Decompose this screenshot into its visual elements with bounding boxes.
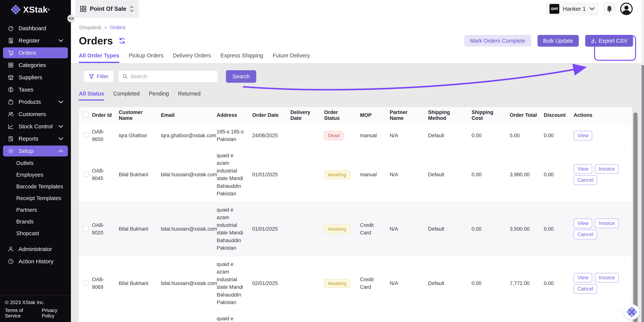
cell-customer-name: Bilal Bukharii [116,311,158,322]
app-switcher[interactable]: Point Of Sale [75,0,139,18]
table-row-oab-9069: OAB-9069 Bilal Bukharii bilal.hussain@xs… [79,256,632,311]
table-scrollbar-thumb[interactable] [634,113,638,322]
status-badge: Dead [324,131,343,140]
terms-of-service-link[interactable]: Terms of Service [5,308,34,319]
cell-order-status: Awaiting [322,202,357,256]
sidebar-subitem-shopcast[interactable]: Shopcast [0,228,71,239]
sidebar-item-stock-control[interactable]: Stock Control [3,121,68,132]
filter-button[interactable]: Filter [84,71,114,82]
status-tab-pending[interactable]: Pending [149,91,169,101]
sidebar-item-products[interactable]: Products [3,96,68,107]
search-input[interactable] [130,73,214,79]
view-order-button[interactable]: View [574,219,592,228]
sidebar-item-register[interactable]: Register [3,35,68,46]
invoice-order-button[interactable]: Invoice [595,164,619,174]
orders-table: Order IdCustomer NameEmailAddressOrder D… [79,107,632,322]
chevron-down-icon [58,39,63,42]
sidebar-item-taxes[interactable]: Taxes [3,84,68,95]
invoice-order-button[interactable]: Invoice [595,219,619,228]
breadcrumb-orders[interactable]: Orders [110,25,126,30]
cell-email: bilal.hussain@xstak.com [158,256,214,311]
column-header-address: Address [214,107,250,124]
tab-express-shipping[interactable]: Express Shipping [220,52,263,63]
sidebar-subitem-employees[interactable]: Employees [0,169,71,180]
sidebar-collapse-toggle[interactable]: <> [67,15,75,22]
search-box [118,71,218,82]
cell-address: 185-s 185-s Pakistan [214,124,250,148]
cell-actions: ViewInvoiceCancel [571,148,632,202]
sidebar-item-label: Register [18,37,40,44]
sidebar-item-administrator[interactable]: Administrator [3,244,68,255]
suppliers-icon [8,74,14,81]
row-checkbox[interactable] [83,171,89,177]
tab-delivery-orders[interactable]: Delivery Orders [173,52,211,63]
cancel-order-button[interactable]: Cancel [574,230,597,239]
select-all-checkbox[interactable] [83,112,89,117]
cancel-order-button[interactable]: Cancel [574,175,597,185]
row-checkbox[interactable] [83,226,89,231]
mark-orders-complete-button[interactable]: Mark Orders Complete [464,35,531,47]
xstak-logo-icon [11,4,20,15]
sidebar-item-label: Action History [18,258,54,265]
page-scrollbar-thumb[interactable] [642,65,644,322]
sidebar-item-dashboard[interactable]: Dashboard [3,23,68,34]
privacy-policy-link[interactable]: Privacy Policy [42,308,66,319]
cell-order-id: OAB-9650 [89,124,116,148]
row-checkbox[interactable] [83,132,89,138]
column-header-discount: Discount [541,107,571,124]
cell-actions: ViewInvoiceCancel [571,202,632,256]
cell-order-id: OAB-9045 [89,148,116,202]
status-tab-completed[interactable]: Completed [113,91,140,101]
view-order-button[interactable]: View [574,164,592,174]
sidebar-subitem-partners[interactable]: Partners [0,205,71,215]
notifications-button[interactable] [603,2,616,16]
view-order-button[interactable]: View [574,131,592,141]
cell-order-date: 24/06/2025 [250,124,288,148]
cell-order-status: Awaiting [322,256,357,311]
refresh-icon[interactable] [118,37,126,44]
sidebar-item-orders[interactable]: Orders [3,47,68,58]
sidebar-item-label: Dashboard [18,25,46,31]
invoice-order-button[interactable]: Invoice [595,273,619,283]
sidebar-subitem-outlets[interactable]: Outlets [0,158,71,168]
row-checkbox[interactable] [83,280,89,286]
store-switcher[interactable]: QMS Hanker 1 [546,2,598,16]
export-csv-button[interactable]: Export CSV [585,35,633,47]
sidebar-item-action-history[interactable]: Action History [3,256,68,267]
column-header-order-total: Order Total [507,107,541,124]
sidebar-subitem-brands[interactable]: Brands [0,216,71,227]
tab-future-delivery[interactable]: Future Delivery [273,52,310,63]
bulk-update-button[interactable]: Bulk Update [538,35,579,47]
cell-customer-name: iqra Ghafoor [116,124,158,148]
view-order-button[interactable]: View [574,273,592,283]
table-row-oab-9650: OAB-9650 iqra Ghafoor iqra.ghafoor@xstak… [79,124,632,148]
status-tab-returned[interactable]: Returned [178,91,200,101]
column-header-partner-name: Partner Name [387,107,426,124]
main-area: Point Of Sale QMS Hanker 1 [71,0,644,322]
search-button[interactable]: Search [226,70,256,83]
cell-email: iqra.ghafoor@xstak.com [158,124,214,148]
sidebar-item-reports[interactable]: Reports [3,133,68,144]
cell-discount: 0.00 [541,256,571,311]
cell-delivery-date [288,256,322,311]
cell-shipping-method: Default [426,148,469,202]
breadcrumb-shopdesk[interactable]: Shopdesk [79,25,102,30]
tab-pickup-orders[interactable]: Pickup Orders [129,52,164,63]
sidebar-item-categories[interactable]: Categories [3,60,68,71]
reports-icon [8,136,14,142]
sidebar-item-setup[interactable]: Setup [3,146,68,157]
sidebar-item-customers[interactable]: Customers [3,109,68,120]
user-avatar[interactable] [620,3,633,15]
sidebar-item-label: Setup [18,148,33,154]
cell-delivery-date [288,148,322,202]
cell-order-total: 3,500.00 [507,202,541,256]
sidebar-item-suppliers[interactable]: Suppliers [3,72,68,83]
sidebar-subitem-receipt-templates[interactable]: Receipt Templates [0,193,71,204]
cancel-order-button[interactable]: Cancel [574,284,597,294]
tab-all-order-types[interactable]: All Order Types [79,52,119,63]
status-tab-all-status[interactable]: All Status [79,91,104,101]
xstak-floating-button[interactable] [624,304,640,320]
administrator-icon [8,246,14,252]
sidebar-subitem-barcode-templates[interactable]: Barcode Templates [0,181,71,192]
status-badge: Awaiting [324,225,350,233]
